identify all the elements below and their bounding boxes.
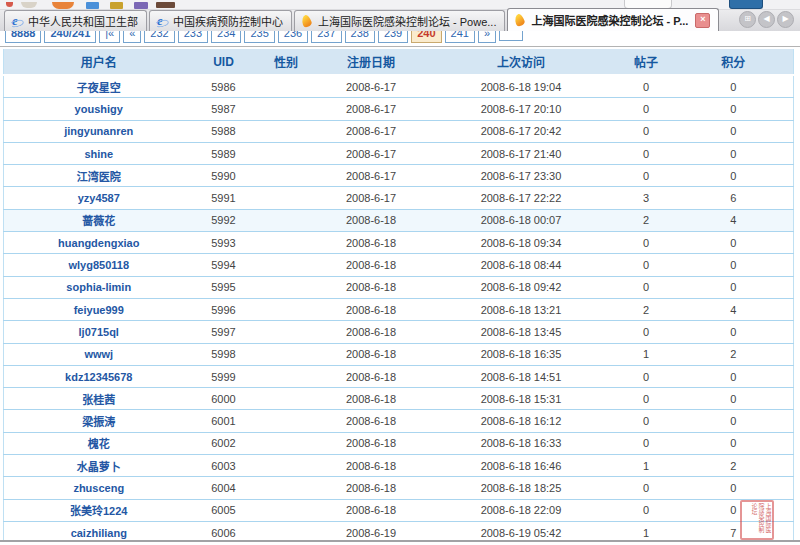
table-body: 子夜星空59862008-6-172008-6-18 19:0400youshi… xyxy=(4,75,794,545)
username-link[interactable]: yzy4587 xyxy=(78,192,120,204)
pagination-page-239[interactable]: 239 xyxy=(378,31,408,43)
username-cell: zhusceng xyxy=(4,477,194,499)
username-link[interactable]: 梁振涛 xyxy=(82,416,115,428)
reg-date-cell: 2008-6-18 xyxy=(319,365,424,387)
reg-date-cell: 2008-6-17 xyxy=(319,75,424,98)
posts-cell: 0 xyxy=(619,499,674,521)
ie-icon xyxy=(10,15,24,28)
tab-scroll-right-icon[interactable]: ▶ xyxy=(777,11,794,28)
table-row: 张桂茜60002008-6-182008-6-18 15:3100 xyxy=(4,388,794,410)
pagination-page-233[interactable]: 233 xyxy=(178,31,208,43)
username-link[interactable]: feiyue999 xyxy=(74,304,124,316)
last-visit-cell: 2008-6-18 13:45 xyxy=(424,321,619,343)
username-cell: jingyunanren xyxy=(4,120,194,142)
reg-date-cell: 2008-6-17 xyxy=(319,187,424,209)
username-cell: 水晶萝卜 xyxy=(4,455,194,477)
pagination-first-button[interactable]: |« xyxy=(99,31,120,43)
table-header-row: 用户名UID性别注册日期上次访问帖子积分 xyxy=(4,49,794,75)
uid-cell: 5994 xyxy=(194,254,254,276)
flame-icon xyxy=(513,14,527,27)
username-link[interactable]: huangdengxiao xyxy=(58,237,139,249)
username-link[interactable]: 槐花 xyxy=(88,438,110,450)
username-link[interactable]: 张桂茜 xyxy=(82,394,115,406)
credits-cell: 0 xyxy=(674,388,794,410)
uid-cell: 5998 xyxy=(194,343,254,365)
username-cell: lj0715ql xyxy=(4,321,194,343)
username-link[interactable]: sophia-limin xyxy=(66,281,131,293)
posts-cell: 0 xyxy=(619,321,674,343)
browser-tab[interactable]: 中国疾病预防控制中心 xyxy=(149,10,292,31)
posts-cell: 0 xyxy=(619,142,674,164)
pagination-indicator: 240/241 xyxy=(44,31,96,43)
username-cell: 蔷薇花 xyxy=(4,209,194,231)
reg-date-cell: 2008-6-18 xyxy=(319,298,424,320)
credits-cell: 0 xyxy=(674,142,794,164)
username-link[interactable]: 江湾医院 xyxy=(77,171,121,183)
username-link[interactable]: zhusceng xyxy=(73,482,124,494)
username-link[interactable]: 张美玲1224 xyxy=(70,505,127,517)
pagination-page-238[interactable]: 238 xyxy=(345,31,375,43)
browser-tab[interactable]: 上海国际医院感染控制论坛 - Powe... xyxy=(294,10,505,31)
username-link[interactable]: lj0715ql xyxy=(79,326,119,338)
pagination: 8888240/241|««23223323423523623723823924… xyxy=(5,31,523,43)
pagination-prev-button[interactable]: « xyxy=(123,31,141,43)
posts-cell: 0 xyxy=(619,75,674,98)
gender-cell xyxy=(254,98,319,120)
username-link[interactable]: 子夜星空 xyxy=(77,82,121,94)
last-visit-cell: 2008-6-18 14:51 xyxy=(424,365,619,387)
table-row: zhusceng60042008-6-182008-6-18 18:2500 xyxy=(4,477,794,499)
close-icon[interactable]: × xyxy=(695,13,710,28)
pagination-page-241[interactable]: 241 xyxy=(445,31,475,43)
username-link[interactable]: 蔷薇花 xyxy=(82,215,115,227)
last-visit-cell: 2008-6-18 09:42 xyxy=(424,276,619,298)
last-visit-cell: 2008-6-18 15:31 xyxy=(424,388,619,410)
reg-date-cell: 2008-6-18 xyxy=(319,499,424,521)
last-visit-cell: 2008-6-18 09:34 xyxy=(424,232,619,254)
uid-cell: 5987 xyxy=(194,98,254,120)
username-link[interactable]: 水晶萝卜 xyxy=(77,461,121,473)
browser-tab[interactable]: 中华人民共和国卫生部 xyxy=(4,10,147,31)
last-visit-cell: 2008-6-18 16:12 xyxy=(424,410,619,432)
quick-tabs-icon[interactable]: ⊞ xyxy=(739,11,756,28)
username-link[interactable]: youshigy xyxy=(75,103,123,115)
uid-cell: 5996 xyxy=(194,298,254,320)
reg-date-cell: 2008-6-18 xyxy=(319,276,424,298)
credits-cell: 0 xyxy=(674,499,794,521)
table-row: huangdengxiao59932008-6-182008-6-18 09:3… xyxy=(4,232,794,254)
pagination-page-236[interactable]: 236 xyxy=(278,31,308,43)
flame-icon xyxy=(300,15,314,28)
username-link[interactable]: caizhiliang xyxy=(71,527,127,539)
username-cell: wlyg850118 xyxy=(4,254,194,276)
username-link[interactable]: wlyg850118 xyxy=(68,259,129,271)
column-header: 用户名 xyxy=(4,49,194,75)
credits-cell: 0 xyxy=(674,120,794,142)
pagination-page-235[interactable]: 235 xyxy=(244,31,274,43)
credits-cell: 0 xyxy=(674,365,794,387)
pagination-page-232[interactable]: 232 xyxy=(144,31,174,43)
username-link[interactable]: shine xyxy=(84,148,113,160)
posts-cell: 0 xyxy=(619,165,674,187)
table-row: 蔷薇花59922008-6-182008-6-18 00:0724 xyxy=(4,209,794,231)
pagination-next-button[interactable]: » xyxy=(478,31,496,43)
username-cell: shine xyxy=(4,142,194,164)
last-visit-cell: 2008-6-18 08:44 xyxy=(424,254,619,276)
credits-cell: 0 xyxy=(674,75,794,98)
pagination-page-234[interactable]: 234 xyxy=(211,31,241,43)
tab-scroll-left-icon[interactable]: ◀ xyxy=(758,11,775,28)
username-link[interactable]: jingyunanren xyxy=(64,125,133,137)
reg-date-cell: 2008-6-17 xyxy=(319,165,424,187)
username-link[interactable]: kdz12345678 xyxy=(65,371,132,383)
pagination-page-240[interactable]: 240 xyxy=(411,31,441,43)
column-header: 帖子 xyxy=(619,49,674,75)
username-link[interactable]: wwwj xyxy=(84,348,113,360)
credits-cell: 0 xyxy=(674,477,794,499)
browser-tab[interactable]: 上海国际医院感染控制论坛 - P... × xyxy=(507,8,719,31)
reg-date-cell: 2008-6-17 xyxy=(319,120,424,142)
pagination-page-237[interactable]: 237 xyxy=(311,31,341,43)
last-visit-cell: 2008-6-17 20:42 xyxy=(424,120,619,142)
tab-label: 中华人民共和国卫生部 xyxy=(28,13,138,29)
uid-cell: 5989 xyxy=(194,142,254,164)
page-jump-input[interactable] xyxy=(499,31,523,41)
gender-cell xyxy=(254,321,319,343)
uid-cell: 5993 xyxy=(194,232,254,254)
